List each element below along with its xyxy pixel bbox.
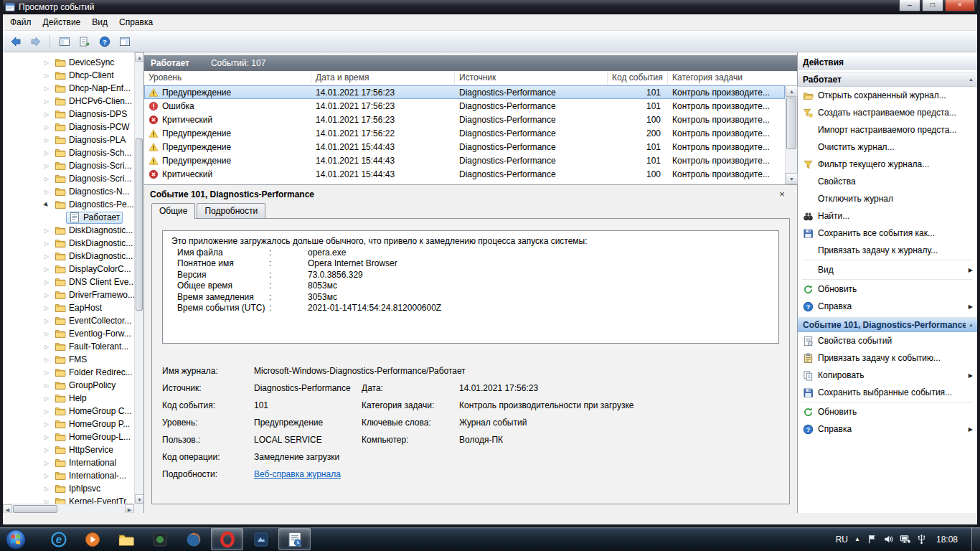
chevron-collapsed-icon[interactable]: ▷: [42, 72, 52, 79]
chevron-collapsed-icon[interactable]: ▷: [42, 111, 52, 118]
chevron-collapsed-icon[interactable]: ▷: [42, 357, 52, 363]
action-item[interactable]: Найти...: [798, 207, 977, 225]
tree-item[interactable]: ▷HomeGroup P...: [3, 418, 143, 430]
chevron-expanded-icon[interactable]: ▶: [41, 199, 52, 210]
language-indicator[interactable]: RU: [836, 534, 848, 545]
tree-horizontal-scrollbar[interactable]: ◀ ▶: [3, 504, 134, 513]
action-section-header[interactable]: Работает▲: [798, 72, 977, 87]
chevron-collapsed-icon[interactable]: ▷: [42, 266, 52, 273]
start-button[interactable]: [0, 527, 32, 551]
chevron-collapsed-icon[interactable]: ▷: [42, 253, 52, 260]
network-icon[interactable]: [900, 534, 910, 545]
tree-item[interactable]: ▷Folder Redirec...: [3, 366, 143, 379]
collapse-icon[interactable]: ▲: [966, 77, 974, 82]
action-item[interactable]: Свойства: [798, 173, 977, 190]
tree-item[interactable]: ▷Iphlpsvc: [3, 482, 143, 495]
chevron-collapsed-icon[interactable]: ▷: [42, 421, 52, 428]
chevron-collapsed-icon[interactable]: ▷: [42, 460, 52, 466]
opera-taskbar-button[interactable]: [211, 528, 243, 550]
column-header[interactable]: Дата и время: [311, 71, 455, 85]
detail-tab[interactable]: Подробности: [197, 203, 265, 218]
chevron-collapsed-icon[interactable]: ▷: [42, 240, 52, 247]
chevron-collapsed-icon[interactable]: ▷: [42, 344, 52, 350]
chevron-collapsed-icon[interactable]: ▷: [42, 85, 52, 92]
scroll-down-button[interactable]: ▼: [786, 173, 798, 184]
volume-icon[interactable]: [883, 534, 894, 545]
action-item[interactable]: ?Справка▶: [798, 298, 977, 315]
menu-item-2[interactable]: Вид: [86, 15, 113, 29]
scroll-down-button[interactable]: ▼: [135, 494, 144, 504]
tree-item[interactable]: Работает: [3, 211, 143, 224]
event-viewer-taskbar-button[interactable]: [278, 528, 311, 550]
event-row[interactable]: Предупреждение14.01.2021 15:44:43Diagnos…: [144, 140, 785, 154]
chevron-collapsed-icon[interactable]: ▷: [42, 305, 52, 311]
explorer-taskbar-button[interactable]: [110, 528, 142, 550]
chevron-collapsed-icon[interactable]: ▷: [42, 176, 52, 182]
chevron-collapsed-icon[interactable]: ▷: [42, 408, 52, 415]
action-item[interactable]: Вид▶: [798, 261, 977, 278]
tree-item[interactable]: ▷DNS Client Eve...: [3, 276, 143, 288]
chevron-collapsed-icon[interactable]: ▷: [42, 124, 52, 131]
ie-taskbar-button[interactable]: e: [42, 528, 75, 550]
collapse-icon[interactable]: ▲: [966, 322, 974, 327]
tree-item[interactable]: ▷Diagnostics-N...: [3, 185, 143, 198]
action-item[interactable]: Свойства событий: [798, 332, 977, 349]
event-row[interactable]: Критический14.01.2021 15:44:43Diagnostic…: [144, 167, 785, 181]
chevron-collapsed-icon[interactable]: ▷: [42, 137, 52, 143]
tree-item[interactable]: ▷Diagnosis-PCW: [3, 121, 143, 133]
chevron-collapsed-icon[interactable]: ▷: [42, 331, 52, 337]
show-desktop-button[interactable]: [971, 527, 980, 551]
action-item[interactable]: Обновить: [798, 281, 977, 298]
tree-item[interactable]: ▷International-...: [3, 469, 143, 482]
flag-icon[interactable]: [867, 534, 877, 545]
scroll-right-button[interactable]: ▶: [125, 504, 134, 514]
action-item[interactable]: Привязать задачу к журналу...: [798, 242, 977, 259]
chevron-collapsed-icon[interactable]: ▷: [42, 318, 52, 324]
action-section-header[interactable]: Событие 101, Diagnostics-Performance▲: [798, 317, 977, 332]
tree-item[interactable]: ▷Fault-Tolerant...: [3, 340, 143, 353]
minimize-button[interactable]: –: [899, 0, 920, 11]
scroll-up-button[interactable]: ▲: [135, 52, 144, 62]
chevron-collapsed-icon[interactable]: ▷: [42, 382, 52, 389]
tree-item[interactable]: ▷HomeGroup C...: [3, 405, 143, 418]
help-button[interactable]: ?: [95, 33, 113, 50]
event-row[interactable]: Критический14.01.2021 17:56:23Diagnostic…: [144, 113, 785, 126]
action-item[interactable]: ?Справка▶: [798, 420, 977, 438]
chevron-collapsed-icon[interactable]: ▷: [42, 369, 52, 376]
action-item[interactable]: Импорт настраиваемого предста...: [798, 121, 977, 138]
chevron-collapsed-icon[interactable]: ▷: [42, 150, 52, 156]
tree-item[interactable]: ▷DiskDiagnostic...: [3, 250, 143, 263]
tree-item[interactable]: ▷FMS: [3, 353, 143, 366]
scroll-up-button[interactable]: ▲: [786, 85, 798, 97]
tree-item[interactable]: ▶Diagnostics-Pe...: [3, 198, 143, 211]
scroll-left-button[interactable]: ◀: [3, 504, 12, 514]
event-row[interactable]: Предупреждение14.01.2021 17:56:22Diagnos…: [144, 126, 785, 140]
detail-tab[interactable]: Общие: [151, 203, 195, 219]
event-row[interactable]: Предупреждение14.01.2021 17:56:23Diagnos…: [144, 85, 785, 99]
tree-item[interactable]: ▷Dhcp-Nap-Enf...: [3, 82, 143, 95]
chevron-collapsed-icon[interactable]: ▷: [42, 227, 52, 234]
web-help-link[interactable]: Веб-справка журнала: [254, 469, 341, 479]
tree-item[interactable]: ▷DeviceSync: [3, 56, 143, 69]
scroll-thumb[interactable]: [786, 98, 796, 149]
event-row[interactable]: Предупреждение14.01.2021 15:44:43Diagnos…: [144, 154, 785, 167]
tree-item[interactable]: ▷Dhcp-Client: [3, 69, 143, 82]
tree-item[interactable]: ▷EapHost: [3, 301, 143, 314]
tree-vertical-scrollbar[interactable]: ▲ ▼: [134, 52, 143, 504]
app-blue-taskbar-button[interactable]: [245, 528, 277, 550]
chevron-collapsed-icon[interactable]: ▷: [42, 434, 52, 441]
scroll-thumb[interactable]: [136, 138, 143, 311]
tree-item[interactable]: ▷International: [3, 456, 143, 469]
media-player-taskbar-button[interactable]: [76, 528, 108, 550]
chevron-collapsed-icon[interactable]: ▷: [42, 447, 52, 453]
title-bar[interactable]: Просмотр событий – □ ×: [3, 0, 977, 14]
event-row[interactable]: Ошибка14.01.2021 17:56:23Diagnostics-Per…: [144, 99, 785, 113]
scroll-thumb[interactable]: [13, 505, 57, 513]
back-arrow-button[interactable]: [6, 33, 24, 50]
column-header[interactable]: Уровень: [144, 71, 311, 85]
tree-item[interactable]: ▷Diagnosis-DPS: [3, 108, 143, 121]
tree-item[interactable]: ▷DHCPv6-Clien...: [3, 95, 143, 108]
console-tree-button[interactable]: [55, 33, 73, 50]
action-item[interactable]: Сохранить выбранные события...: [798, 384, 977, 401]
chevron-collapsed-icon[interactable]: ▷: [42, 60, 52, 66]
